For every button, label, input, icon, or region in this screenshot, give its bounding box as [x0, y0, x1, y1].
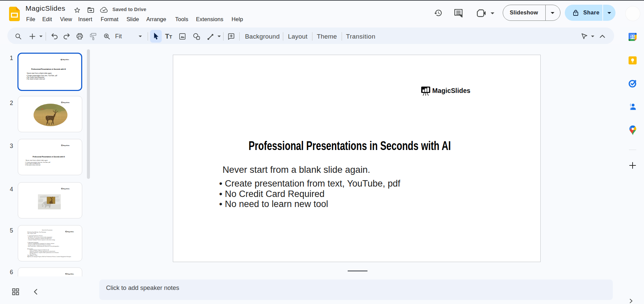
svg-text:31: 31 — [630, 35, 635, 39]
